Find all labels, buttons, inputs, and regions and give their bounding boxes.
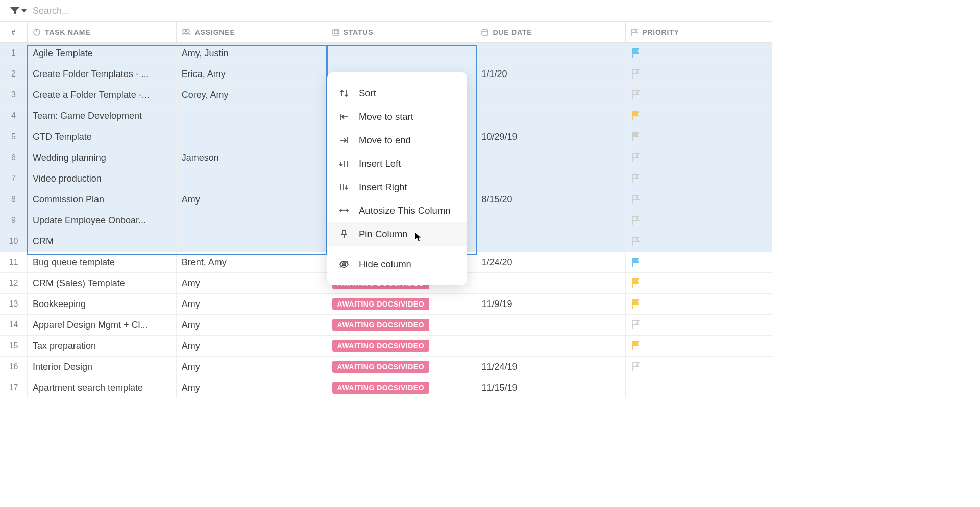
cell-priority[interactable] [626,147,772,168]
cell-assignee[interactable]: Amy [177,294,327,314]
cell-due[interactable] [476,315,626,335]
cell-priority[interactable] [626,43,772,63]
cell-due[interactable] [476,210,626,231]
cell-task[interactable]: Tax preparation [28,336,177,356]
cell-assignee[interactable] [177,126,327,147]
flag-icon[interactable] [631,362,640,372]
table-row[interactable]: 14 Apparel Design Mgmt + Cl... Amy AWAIT… [0,315,772,336]
cell-assignee[interactable]: Amy [177,377,327,398]
cell-assignee[interactable] [177,168,327,189]
cell-task[interactable]: Commission Plan [28,189,177,210]
column-header-due[interactable]: DUE DATE [476,22,626,42]
cell-due[interactable]: 11/9/19 [476,294,626,314]
column-header-num[interactable]: # [0,22,28,42]
cell-assignee[interactable]: Amy [177,273,327,293]
cell-task[interactable]: Interior Design [28,357,177,377]
cell-assignee[interactable] [177,210,327,231]
filter-icon[interactable] [10,7,27,14]
menu-move-start[interactable]: Move to start [327,105,467,129]
cell-task[interactable]: GTD Template [28,126,177,147]
cell-status[interactable]: AWAITING DOCS/VIDEO [327,336,477,356]
cell-due[interactable] [476,43,626,63]
cell-status[interactable]: AWAITING DOCS/VIDEO [327,357,477,377]
column-header-status[interactable]: STATUS [327,22,477,42]
flag-icon[interactable] [631,236,640,246]
menu-sort[interactable]: Sort [327,82,467,105]
cell-assignee[interactable]: Corey, Amy [177,85,327,105]
cell-assignee[interactable]: Amy, Justin [177,43,327,63]
cell-priority[interactable] [626,210,772,231]
table-row[interactable]: 13 Bookkeeping Amy AWAITING DOCS/VIDEO 1… [0,294,772,315]
cell-priority[interactable] [626,336,772,356]
flag-icon[interactable] [631,320,640,330]
cell-assignee[interactable]: Amy [177,189,327,210]
flag-icon[interactable] [631,132,640,142]
cell-priority[interactable] [626,357,772,377]
flag-icon[interactable] [631,90,640,100]
cell-due[interactable] [476,106,626,126]
cell-due[interactable] [476,273,626,293]
cell-task[interactable]: Agile Template [28,43,177,63]
table-row[interactable]: 16 Interior Design Amy AWAITING DOCS/VID… [0,357,772,377]
menu-move-end[interactable]: Move to end [327,129,467,152]
column-header-priority[interactable]: PRIORITY [626,22,772,42]
cell-priority[interactable] [626,252,772,272]
flag-icon[interactable] [631,257,640,267]
menu-hide[interactable]: Hide column [327,252,467,276]
cell-status[interactable]: AWAITING DOCS/VIDEO [327,294,477,314]
menu-insert-left[interactable]: Insert Left [327,152,467,175]
cell-due[interactable]: 11/15/19 [476,377,626,398]
cell-task[interactable]: Apparel Design Mgmt + Cl... [28,315,177,335]
flag-icon[interactable] [631,341,640,351]
cell-due[interactable]: 8/15/20 [476,189,626,210]
cell-due[interactable]: 1/1/20 [476,64,626,84]
flag-icon[interactable] [631,278,640,288]
cell-status[interactable]: AWAITING DOCS/VIDEO [327,315,477,335]
flag-icon[interactable] [631,194,640,205]
cell-due[interactable]: 1/24/20 [476,252,626,272]
cell-task[interactable]: Bug queue template [28,252,177,272]
cell-assignee[interactable] [177,231,327,251]
flag-icon[interactable] [631,215,640,225]
cell-task[interactable]: Create a Folder Template -... [28,85,177,105]
flag-icon[interactable] [631,111,640,121]
menu-insert-right[interactable]: Insert Right [327,175,467,199]
flag-icon[interactable] [631,173,640,184]
cell-priority[interactable] [626,377,772,398]
table-row[interactable]: 15 Tax preparation Amy AWAITING DOCS/VID… [0,336,772,357]
cell-due[interactable] [476,168,626,189]
cell-task[interactable]: Team: Game Development [28,106,177,126]
cell-assignee[interactable]: Erica, Amy [177,64,327,84]
cell-due[interactable] [476,336,626,356]
table-row[interactable]: 17 Apartment search template Amy AWAITIN… [0,377,772,398]
cell-priority[interactable] [626,64,772,84]
cell-priority[interactable] [626,126,772,147]
cell-priority[interactable] [626,231,772,251]
cell-priority[interactable] [626,189,772,210]
cell-due[interactable] [476,85,626,105]
cell-task[interactable]: Apartment search template [28,377,177,398]
cell-task[interactable]: Video production [28,168,177,189]
cell-priority[interactable] [626,168,772,189]
table-row[interactable]: 1 Agile Template Amy, Justin [0,43,772,64]
cell-assignee[interactable]: Amy [177,315,327,335]
cell-assignee[interactable] [177,106,327,126]
cell-status[interactable]: AWAITING DOCS/VIDEO [327,377,477,398]
cell-priority[interactable] [626,85,772,105]
column-header-task[interactable]: TASK NAME [28,22,177,42]
cell-priority[interactable] [626,273,772,293]
cell-due[interactable]: 11/24/19 [476,357,626,377]
cell-assignee[interactable]: Brent, Amy [177,252,327,272]
search-input[interactable] [33,6,186,16]
cell-task[interactable]: Update Employee Onboar... [28,210,177,231]
flag-icon[interactable] [631,48,640,58]
flag-icon[interactable] [631,153,640,163]
flag-icon[interactable] [631,69,640,79]
cell-assignee[interactable]: Jameson [177,147,327,168]
cell-due[interactable] [476,231,626,251]
cell-task[interactable]: Bookkeeping [28,294,177,314]
cell-priority[interactable] [626,294,772,314]
cell-status[interactable] [327,43,477,63]
menu-pin[interactable]: Pin Column [327,222,467,246]
menu-autosize[interactable]: Autosize This Column [327,199,467,222]
